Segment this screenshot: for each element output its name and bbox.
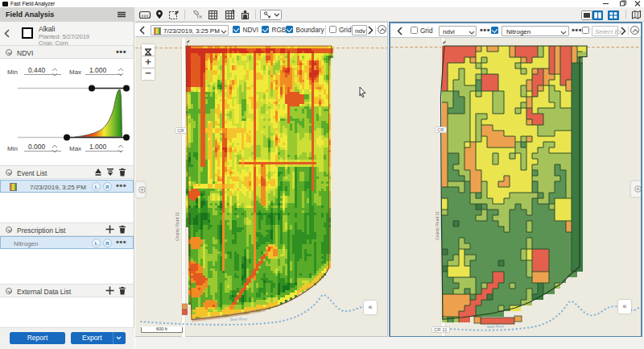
svg-text:Bear River: Bear River bbox=[487, 324, 505, 329]
svg-text:Bear River: Bear River bbox=[230, 317, 248, 322]
